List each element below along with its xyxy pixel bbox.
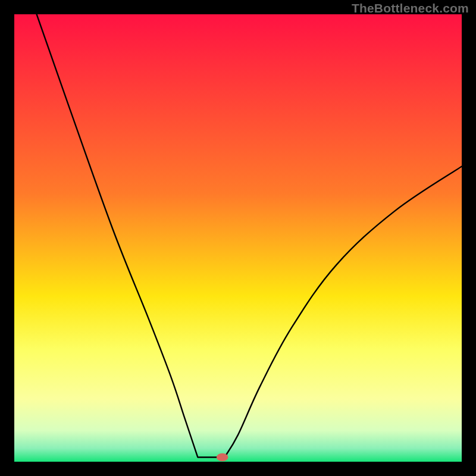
chart-frame: TheBottleneck.com (0, 0, 476, 476)
optimal-point-marker (217, 453, 228, 462)
bottleneck-chart (14, 14, 462, 462)
gradient-background (14, 14, 462, 462)
watermark-text: TheBottleneck.com (352, 1, 469, 15)
